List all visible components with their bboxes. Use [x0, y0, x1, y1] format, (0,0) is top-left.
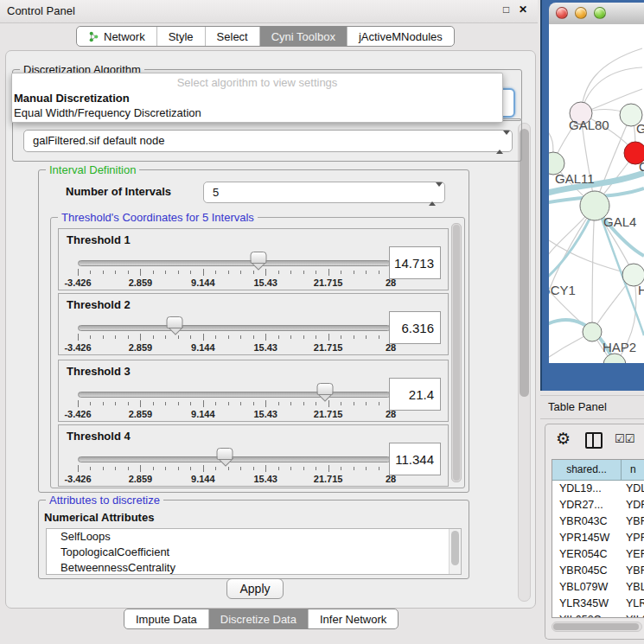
slider-track[interactable] — [78, 325, 391, 331]
threshold-value-field[interactable]: 11.344 — [389, 443, 441, 475]
threshold-slider[interactable]: -3.4262.8599.14415.4321.71528 — [78, 360, 391, 423]
table-row[interactable]: YBL079WYBL0 — [552, 579, 644, 596]
scale-tick-label: -3.426 — [64, 409, 91, 419]
algorithm-options-list: Manual DiscretizationEqual Width/Frequen… — [14, 91, 501, 120]
slider-thumb[interactable] — [167, 316, 183, 335]
table-data-combo[interactable]: galFiltered.sif default node — [23, 130, 513, 152]
close-traffic-light[interactable] — [556, 7, 568, 19]
threshold-slider[interactable]: -3.4262.8599.14415.4321.71528 — [78, 229, 391, 291]
zoom-traffic-light[interactable] — [594, 7, 606, 19]
scale-tick-label: 21.715 — [314, 277, 343, 288]
table-horizontal-scrollbar[interactable] — [552, 622, 642, 632]
threshold-slider[interactable]: -3.4262.8599.14415.4321.71528 — [78, 294, 391, 356]
scale-tick-label: 2.859 — [129, 409, 153, 419]
slider-scale-labels: -3.4262.8599.14415.4321.71528 — [78, 342, 391, 353]
tab-jactivemnodules[interactable]: jActiveMNodules — [347, 27, 454, 46]
columns-icon[interactable] — [585, 432, 603, 449]
tab-style[interactable]: Style — [156, 27, 205, 46]
scrollbar-thumb[interactable] — [553, 623, 639, 630]
attribute-item[interactable]: BetweennessCentrality — [47, 560, 461, 575]
tab-label: Style — [169, 30, 194, 43]
combo-spinner-icon — [496, 135, 505, 149]
table-cell: YER0 — [622, 546, 644, 563]
thresholds-scrollbar[interactable] — [451, 223, 462, 482]
tab-select[interactable]: Select — [205, 27, 259, 46]
slider-track[interactable] — [78, 456, 391, 462]
table-cell: YIL0 — [622, 612, 644, 618]
node-label: H — [638, 283, 644, 297]
group-title: Interval Definition — [46, 163, 139, 176]
threshold-value-field[interactable]: 21.4 — [389, 378, 441, 411]
slider-track[interactable] — [78, 392, 391, 398]
panel-vertical-scrollbar[interactable] — [518, 123, 531, 602]
slider-ticks — [78, 269, 391, 277]
table-row[interactable]: YDL19...YDL1 — [552, 481, 644, 497]
group-title: Threshold's Coordinates for 5 Intervals — [58, 211, 258, 224]
slider-scale-labels: -3.4262.8599.14415.4321.71528 — [78, 474, 391, 484]
threshold-value-field[interactable]: 14.713 — [389, 246, 441, 279]
scrollbar-thumb[interactable] — [520, 129, 529, 397]
control-panel-title: Control Panel — [7, 4, 75, 17]
scale-tick-label: -3.426 — [64, 474, 91, 484]
numerical-attributes-label: Numerical Attributes — [44, 511, 154, 524]
table-cell: YBR0 — [622, 563, 644, 579]
threshold-panel-4: Threshold 4 -3.4262.8599.14415.4321.7152… — [58, 424, 449, 487]
slider-scale-labels: -3.4262.8599.14415.4321.71528 — [78, 409, 391, 419]
tab-network[interactable]: Network — [77, 27, 156, 46]
attribute-item[interactable]: TopologicalCoefficient — [47, 545, 461, 560]
attributes-group: Attributes to discretize Numerical Attri… — [38, 500, 469, 579]
table-cell: YIL052C — [552, 612, 622, 618]
attribute-item[interactable]: SelfLoops — [47, 529, 461, 545]
attributes-scrollbar[interactable] — [449, 529, 461, 574]
scale-tick-label: -3.426 — [64, 342, 91, 353]
algorithm-option[interactable]: Equal Width/Frequency Discretization — [14, 105, 501, 120]
table-row[interactable]: YER054CYER0 — [552, 546, 644, 563]
scale-tick-label: 21.715 — [314, 474, 343, 484]
checkbox-icons[interactable]: ☑☑ — [615, 432, 634, 445]
slider-track[interactable] — [78, 260, 391, 266]
float-icon[interactable]: □ — [503, 3, 509, 16]
scrollbar-thumb[interactable] — [451, 531, 459, 565]
slider-thumb[interactable] — [217, 448, 233, 466]
tab-infer-network[interactable]: Infer Network — [308, 609, 398, 628]
table-cell: YBR0 — [622, 513, 644, 530]
table-cell: YLR345W — [552, 596, 622, 612]
top-tab-bar: NetworkStyleSelectCyni ToolboxjActiveMNo… — [76, 26, 455, 47]
scale-tick-label: 2.859 — [129, 474, 153, 484]
algorithm-option[interactable]: Manual Discretization — [14, 91, 501, 105]
slider-ticks — [78, 334, 391, 341]
apply-button[interactable]: Apply — [226, 578, 284, 599]
threshold-slider[interactable]: -3.4262.8599.14415.4321.71528 — [78, 425, 391, 488]
minimize-traffic-light[interactable] — [575, 7, 587, 19]
slider-ticks — [78, 400, 391, 408]
slider-thumb[interactable] — [316, 383, 333, 401]
tab-label: Impute Data — [136, 613, 197, 626]
network-window-titlebar — [549, 3, 644, 25]
table-row[interactable]: YDR27...YDR2 — [552, 497, 644, 513]
table-row[interactable]: YBR043CYBR0 — [552, 513, 644, 530]
gear-icon[interactable]: ⚙ — [556, 429, 571, 449]
table-row[interactable]: YBR045CYBR0 — [552, 563, 644, 579]
table-cell: YBL0 — [622, 579, 644, 596]
table-row[interactable]: YPR145WYPR1 — [552, 530, 644, 546]
column-header-shared[interactable]: shared... — [552, 460, 622, 480]
tab-impute-data[interactable]: Impute Data — [124, 609, 208, 628]
scrollbar-thumb[interactable] — [453, 225, 460, 481]
scale-tick-label: -3.426 — [64, 277, 91, 288]
node-label: GCY1 — [549, 283, 576, 297]
number-of-intervals-label: Number of Intervals — [66, 185, 171, 198]
table-row[interactable]: YLR345WYLR3 — [552, 596, 644, 612]
number-of-intervals-combo[interactable]: 5 — [203, 182, 445, 203]
tab-cyni-toolbox[interactable]: Cyni Toolbox — [259, 27, 347, 46]
network-node-hap2[interactable] — [583, 322, 602, 341]
slider-thumb[interactable] — [250, 252, 266, 270]
network-canvas[interactable]: GAL80GCGAL11GAL4GCY1HHAP2 — [549, 24, 644, 363]
threshold-value-field[interactable]: 6.316 — [389, 311, 441, 344]
close-icon[interactable]: ✕ — [519, 3, 527, 16]
table-row[interactable]: YIL052CYIL0 — [552, 612, 644, 618]
tab-discretize-data[interactable]: Discretize Data — [208, 609, 308, 628]
table-cell: YBR045C — [552, 563, 622, 579]
column-header-name[interactable]: n — [622, 460, 644, 480]
slider-ticks — [78, 465, 391, 473]
scale-tick-label: 9.144 — [191, 409, 215, 419]
